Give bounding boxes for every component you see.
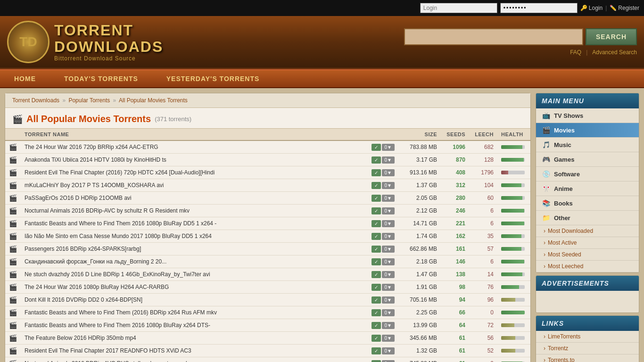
nav-home[interactable]: HOME (0, 70, 50, 87)
row-film-icon: 🎬 (5, 255, 21, 268)
login-input[interactable] (420, 3, 497, 13)
ok-button[interactable]: ✓ (372, 258, 381, 265)
torrent-link[interactable]: Скандинавский форсаж_Гонки на льду_Borni… (25, 258, 166, 265)
ads-title: ADVERTISEMENTS (536, 276, 639, 291)
row-film-icon: 🎬 (5, 294, 21, 306)
row-seeds: 61 (441, 345, 469, 357)
download-button[interactable]: 0▼ (382, 156, 395, 164)
sidebar-item-movies[interactable]: 🎬 Movies (536, 123, 639, 138)
torrent-link[interactable]: Resident Evil The Final Chapter 2017 REA… (25, 347, 191, 354)
torrent-link[interactable]: The Feature Below 2016 HDRip 350mb mp4 (25, 335, 136, 341)
torrent-link[interactable]: Nocturnal Animals 2016 BDRip-AVC RUS sta… (25, 360, 191, 362)
row-name: The Feature Below 2016 HDRip 350mb mp4 (21, 332, 356, 345)
top-bar: 🔑 Login | ✏️ Register (0, 0, 644, 16)
download-button[interactable]: 0▼ (382, 322, 395, 329)
health-fill (501, 349, 515, 353)
download-button[interactable]: 0▼ (382, 309, 395, 316)
links-item-torrents.to[interactable]: Torrents.to (536, 354, 639, 362)
row-size: 14.71 GB (398, 217, 441, 230)
torrent-link[interactable]: Dont Kill It 2016 DVDRip DD2 0 x264-BDP[… (25, 296, 142, 303)
ok-button[interactable]: ✓ (372, 246, 381, 253)
download-button[interactable]: 0▼ (382, 258, 395, 265)
advanced-search-link[interactable]: Advanced Search (592, 49, 637, 56)
links-title: LINKS (536, 316, 639, 331)
ok-button[interactable]: ✓ (372, 144, 381, 151)
links-item-limetorrents[interactable]: LimeTorrents (536, 331, 639, 343)
breadcrumb-popular[interactable]: Popular Torrents (68, 97, 110, 104)
torrent-link[interactable]: The 24 Hour War 2016 1080p BluRay H264 A… (25, 284, 169, 290)
ok-button[interactable]: ✓ (372, 233, 381, 240)
password-input[interactable] (500, 3, 578, 13)
download-button[interactable]: 0▼ (382, 284, 395, 291)
sidebar-item-anime[interactable]: 🎌 Anime (536, 181, 639, 196)
torrent-link[interactable]: Fantastic Beasts and Where to Find Them … (25, 322, 210, 329)
download-button[interactable]: 0▼ (382, 271, 395, 278)
sidebar-item-other[interactable]: 📁 Other (536, 211, 639, 225)
torrent-link[interactable]: Ião Não Me Sinto em Casa Nesse Mundo 201… (25, 233, 212, 239)
row-size: 1.32 GB (398, 345, 441, 357)
breadcrumb: Torrent Downloads » Popular Torrents » A… (5, 93, 530, 108)
download-button[interactable]: 0▼ (382, 182, 395, 189)
sidebar-sub-item-most-seeded[interactable]: Most Seeded (536, 249, 639, 261)
download-button[interactable]: 0▼ (382, 296, 395, 304)
ok-button[interactable]: ✓ (372, 195, 381, 202)
torrent-link[interactable]: Ne stuch dvazhdy 2016 D Line BDRip 1 46G… (25, 271, 210, 278)
ok-button[interactable]: ✓ (372, 182, 381, 189)
sidebar-item-games[interactable]: 🎮 Games (536, 152, 639, 167)
links-item-torrentz[interactable]: Torrentz (536, 343, 639, 354)
torrent-link[interactable]: Fantastic Beasts and Where to Find Them … (25, 220, 216, 227)
ok-button[interactable]: ✓ (372, 322, 381, 329)
download-button[interactable]: 0▼ (382, 144, 395, 151)
ok-button[interactable]: ✓ (372, 156, 381, 164)
sidebar-item-software[interactable]: 💿 Software (536, 167, 639, 181)
login-icon: 🔑 (580, 5, 587, 11)
torrent-link[interactable]: mKuLaCHniY Boy 2O17 P TS 14OOMB_KOSHARA … (25, 182, 164, 189)
ok-button[interactable]: ✓ (372, 335, 381, 342)
nav-todays[interactable]: TODAY'S TORRENTS (50, 70, 152, 87)
download-button[interactable]: 0▼ (382, 335, 395, 342)
ok-button[interactable]: ✓ (372, 309, 381, 316)
health-bar (501, 336, 525, 340)
ok-button[interactable]: ✓ (372, 284, 381, 291)
ok-button[interactable]: ✓ (372, 271, 381, 278)
row-leech: 9 (469, 357, 497, 362)
download-button[interactable]: 0▼ (382, 220, 395, 227)
download-button[interactable]: 0▼ (382, 169, 395, 176)
ok-button[interactable]: ✓ (372, 220, 381, 227)
row-actions: ✓ 0▼ (356, 154, 398, 166)
breadcrumb-current[interactable]: All Popular Movies Torrents (119, 97, 188, 104)
torrent-link[interactable]: Passengers 2016 BDRip x264-SPARKS[rarbg] (25, 246, 141, 252)
download-button[interactable]: 0▼ (382, 195, 395, 202)
torrent-link[interactable]: Fantastic Beasts and Where to Find Them … (25, 309, 217, 316)
torrent-link[interactable]: Anakonda TiXi Ubiica 2014 HDTV 1080i by … (25, 156, 166, 163)
sidebar-sub-item-most-leeched[interactable]: Most Leeched (536, 261, 639, 272)
sidebar-item-tv-shows[interactable]: 📺 TV Shows (536, 108, 639, 123)
register-link[interactable]: ✏️ Register (610, 5, 639, 11)
torrent-link[interactable]: Nocturnal Animals 2016 BDRip-AVC by schu… (25, 207, 190, 214)
faq-link[interactable]: FAQ (570, 49, 581, 56)
sidebar-item-music[interactable]: 🎵 Music (536, 138, 639, 152)
ok-button[interactable]: ✓ (372, 296, 381, 304)
download-button[interactable]: 0▼ (382, 207, 395, 214)
nav-yesterdays[interactable]: YESTERDAY'S TORRENTS (152, 70, 274, 87)
row-leech: 14 (469, 268, 497, 281)
ok-button[interactable]: ✓ (372, 169, 381, 176)
download-button[interactable]: 0▼ (382, 246, 395, 253)
ok-button[interactable]: ✓ (372, 360, 381, 362)
sidebar-sub-item-most-active[interactable]: Most Active (536, 237, 639, 249)
row-seeds: 312 (441, 179, 469, 192)
download-button[interactable]: 0▼ (382, 347, 395, 354)
download-button[interactable]: 0▼ (382, 233, 395, 240)
login-link[interactable]: 🔑 Login (580, 5, 603, 11)
ok-button[interactable]: ✓ (372, 347, 381, 354)
torrent-link[interactable]: Resident Evil The Final Chapter (2016) 7… (25, 169, 215, 176)
search-input[interactable] (404, 28, 583, 45)
breadcrumb-home[interactable]: Torrent Downloads (12, 97, 59, 104)
sidebar-sub-item-most-downloaded[interactable]: Most Downloaded (536, 225, 639, 237)
sidebar-item-books[interactable]: 📚 Books (536, 196, 639, 211)
download-button[interactable]: 0▼ (382, 360, 395, 362)
search-button[interactable]: SEARCH (586, 28, 637, 45)
ok-button[interactable]: ✓ (372, 207, 381, 214)
torrent-link[interactable]: PaSSagErOs 2O16 D HDRip 21OOMB avi (25, 195, 132, 201)
torrent-link[interactable]: The 24 Hour War 2016 720p BRRip x264 AAC… (25, 144, 158, 150)
